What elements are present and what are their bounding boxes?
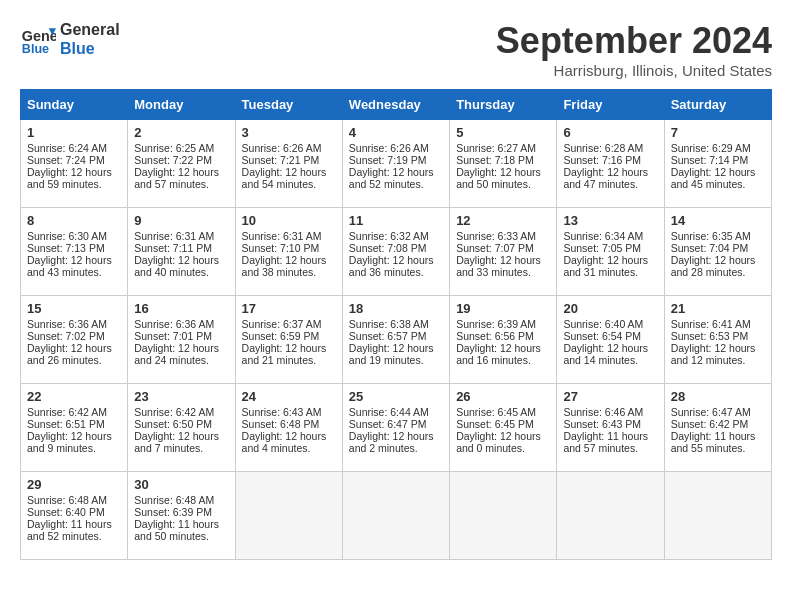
day-number: 29 [27,477,121,492]
sunrise-label: Sunrise: 6:27 AM [456,142,536,154]
day-number: 16 [134,301,228,316]
sunset-label: Sunset: 6:39 PM [134,506,212,518]
calendar-cell: 3 Sunrise: 6:26 AM Sunset: 7:21 PM Dayli… [235,120,342,208]
daylight-label: Daylight: 12 hours and 40 minutes. [134,254,219,278]
sunrise-label: Sunrise: 6:45 AM [456,406,536,418]
calendar-cell: 22 Sunrise: 6:42 AM Sunset: 6:51 PM Dayl… [21,384,128,472]
title-block: September 2024 Harrisburg, Illinois, Uni… [496,20,772,79]
sunset-label: Sunset: 7:19 PM [349,154,427,166]
sunrise-label: Sunrise: 6:48 AM [134,494,214,506]
day-number: 24 [242,389,336,404]
sunrise-label: Sunrise: 6:40 AM [563,318,643,330]
day-number: 26 [456,389,550,404]
daylight-label: Daylight: 12 hours and 59 minutes. [27,166,112,190]
day-number: 19 [456,301,550,316]
day-number: 27 [563,389,657,404]
day-number: 14 [671,213,765,228]
daylight-label: Daylight: 12 hours and 50 minutes. [456,166,541,190]
calendar-cell: 20 Sunrise: 6:40 AM Sunset: 6:54 PM Dayl… [557,296,664,384]
sunset-label: Sunset: 6:45 PM [456,418,534,430]
svg-text:Blue: Blue [22,43,49,57]
sunset-label: Sunset: 6:42 PM [671,418,749,430]
daylight-label: Daylight: 12 hours and 4 minutes. [242,430,327,454]
calendar-week-row: 22 Sunrise: 6:42 AM Sunset: 6:51 PM Dayl… [21,384,772,472]
sunrise-label: Sunrise: 6:37 AM [242,318,322,330]
daylight-label: Daylight: 12 hours and 31 minutes. [563,254,648,278]
col-tuesday: Tuesday [235,90,342,120]
calendar-cell: 29 Sunrise: 6:48 AM Sunset: 6:40 PM Dayl… [21,472,128,560]
sunset-label: Sunset: 6:56 PM [456,330,534,342]
day-number: 6 [563,125,657,140]
sunrise-label: Sunrise: 6:36 AM [27,318,107,330]
daylight-label: Daylight: 12 hours and 54 minutes. [242,166,327,190]
sunset-label: Sunset: 7:18 PM [456,154,534,166]
calendar-table: Sunday Monday Tuesday Wednesday Thursday… [20,89,772,560]
calendar-cell [450,472,557,560]
sunrise-label: Sunrise: 6:32 AM [349,230,429,242]
daylight-label: Daylight: 12 hours and 47 minutes. [563,166,648,190]
calendar-cell: 4 Sunrise: 6:26 AM Sunset: 7:19 PM Dayli… [342,120,449,208]
sunrise-label: Sunrise: 6:46 AM [563,406,643,418]
calendar-cell: 13 Sunrise: 6:34 AM Sunset: 7:05 PM Dayl… [557,208,664,296]
sunset-label: Sunset: 7:01 PM [134,330,212,342]
daylight-label: Daylight: 12 hours and 52 minutes. [349,166,434,190]
daylight-label: Daylight: 11 hours and 57 minutes. [563,430,648,454]
col-friday: Friday [557,90,664,120]
col-thursday: Thursday [450,90,557,120]
daylight-label: Daylight: 11 hours and 52 minutes. [27,518,112,542]
sunrise-label: Sunrise: 6:48 AM [27,494,107,506]
sunrise-label: Sunrise: 6:43 AM [242,406,322,418]
calendar-cell: 10 Sunrise: 6:31 AM Sunset: 7:10 PM Dayl… [235,208,342,296]
day-number: 2 [134,125,228,140]
sunrise-label: Sunrise: 6:29 AM [671,142,751,154]
day-number: 15 [27,301,121,316]
sunset-label: Sunset: 6:47 PM [349,418,427,430]
sunrise-label: Sunrise: 6:44 AM [349,406,429,418]
daylight-label: Daylight: 12 hours and 9 minutes. [27,430,112,454]
sunset-label: Sunset: 7:11 PM [134,242,212,254]
daylight-label: Daylight: 12 hours and 14 minutes. [563,342,648,366]
daylight-label: Daylight: 12 hours and 33 minutes. [456,254,541,278]
calendar-cell: 21 Sunrise: 6:41 AM Sunset: 6:53 PM Dayl… [664,296,771,384]
day-number: 25 [349,389,443,404]
sunset-label: Sunset: 7:10 PM [242,242,320,254]
calendar-week-row: 15 Sunrise: 6:36 AM Sunset: 7:02 PM Dayl… [21,296,772,384]
calendar-cell [342,472,449,560]
calendar-week-row: 8 Sunrise: 6:30 AM Sunset: 7:13 PM Dayli… [21,208,772,296]
page-header: General Blue General Blue September 2024… [20,20,772,79]
calendar-cell: 11 Sunrise: 6:32 AM Sunset: 7:08 PM Dayl… [342,208,449,296]
calendar-cell: 2 Sunrise: 6:25 AM Sunset: 7:22 PM Dayli… [128,120,235,208]
sunset-label: Sunset: 6:59 PM [242,330,320,342]
day-number: 1 [27,125,121,140]
calendar-cell: 26 Sunrise: 6:45 AM Sunset: 6:45 PM Dayl… [450,384,557,472]
day-number: 13 [563,213,657,228]
sunset-label: Sunset: 7:16 PM [563,154,641,166]
calendar-cell: 9 Sunrise: 6:31 AM Sunset: 7:11 PM Dayli… [128,208,235,296]
day-number: 3 [242,125,336,140]
daylight-label: Daylight: 12 hours and 19 minutes. [349,342,434,366]
calendar-cell: 30 Sunrise: 6:48 AM Sunset: 6:39 PM Dayl… [128,472,235,560]
sunrise-label: Sunrise: 6:38 AM [349,318,429,330]
sunrise-label: Sunrise: 6:41 AM [671,318,751,330]
calendar-cell: 25 Sunrise: 6:44 AM Sunset: 6:47 PM Dayl… [342,384,449,472]
day-number: 11 [349,213,443,228]
calendar-week-row: 29 Sunrise: 6:48 AM Sunset: 6:40 PM Dayl… [21,472,772,560]
sunrise-label: Sunrise: 6:42 AM [134,406,214,418]
day-number: 21 [671,301,765,316]
sunrise-label: Sunrise: 6:39 AM [456,318,536,330]
day-number: 18 [349,301,443,316]
col-monday: Monday [128,90,235,120]
sunset-label: Sunset: 7:13 PM [27,242,105,254]
calendar-cell [235,472,342,560]
calendar-cell: 19 Sunrise: 6:39 AM Sunset: 6:56 PM Dayl… [450,296,557,384]
day-number: 23 [134,389,228,404]
sunset-label: Sunset: 6:43 PM [563,418,641,430]
sunset-label: Sunset: 7:21 PM [242,154,320,166]
daylight-label: Daylight: 12 hours and 21 minutes. [242,342,327,366]
calendar-cell: 18 Sunrise: 6:38 AM Sunset: 6:57 PM Dayl… [342,296,449,384]
logo-text-blue: Blue [60,39,120,58]
sunset-label: Sunset: 6:48 PM [242,418,320,430]
logo-text-general: General [60,20,120,39]
logo: General Blue General Blue [20,20,120,58]
day-number: 9 [134,213,228,228]
